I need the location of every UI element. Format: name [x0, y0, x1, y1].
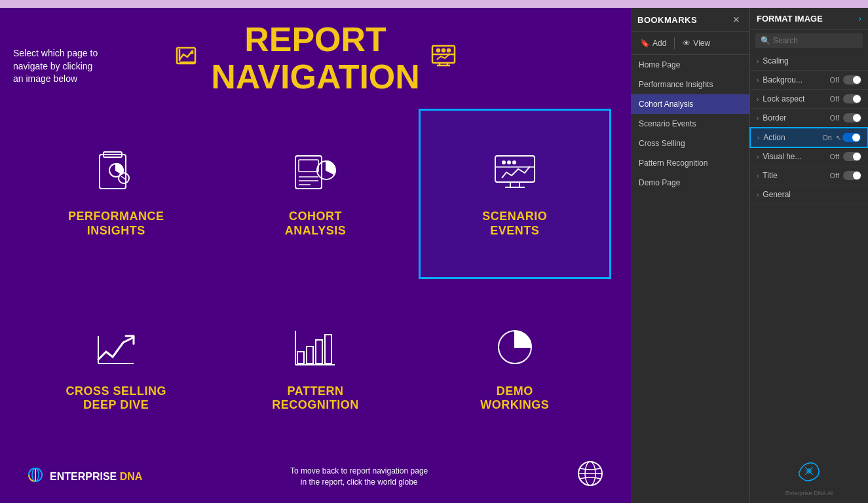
format-section-border[interactable]: ›BorderOff — [750, 109, 868, 128]
bookmark-view-label: View — [693, 39, 710, 48]
svg-rect-34 — [316, 340, 322, 363]
bookmark-item-scenario-events[interactable]: Scenario Events — [631, 114, 749, 134]
bookmark-add-label: Add — [652, 39, 666, 48]
bookmark-add-icon: 🔖 — [640, 39, 650, 48]
format-image-panel: FORMAT IMAGE › 🔍 ›Scaling›Backgrou...Off… — [750, 8, 868, 503]
bookmark-view-button[interactable]: 👁 View — [680, 37, 713, 49]
bookmark-item-cross-selling[interactable]: Cross Selling — [631, 134, 749, 153]
svg-point-24 — [508, 161, 510, 164]
format-sections: ›Scaling›Backgrou...Off›Lock aspectOff›B… — [750, 52, 868, 204]
toggle-action[interactable] — [842, 133, 861, 142]
section-status-lock-aspect: Off — [830, 95, 839, 103]
canvas-area: Select which page to navigate by clickin… — [0, 8, 631, 503]
trend-up-icon — [93, 324, 139, 377]
nav-label-cross-selling: CROSS SELLINGDEEP DIVE — [66, 384, 166, 413]
pie-calc-icon — [292, 149, 338, 202]
format-search-box: 🔍 — [755, 33, 863, 48]
format-section-lock-aspect[interactable]: ›Lock aspectOff — [750, 90, 868, 109]
right-panels: BOOKMARKS ✕ 🔖 Add 👁 View Home PagePerfor… — [631, 8, 868, 503]
search-icon: 🔍 — [761, 36, 770, 45]
format-search-input[interactable] — [773, 36, 858, 45]
format-panel-nav-arrow[interactable]: › — [858, 13, 861, 24]
toggle-background[interactable] — [843, 75, 861, 84]
bookmark-view-icon: 👁 — [683, 39, 690, 48]
format-image-header: FORMAT IMAGE › — [750, 8, 868, 29]
chevron-icon-lock-aspect: › — [757, 96, 759, 103]
section-status-action: On — [822, 134, 832, 141]
format-section-action[interactable]: ›ActionOn↖ — [750, 128, 868, 147]
nav-label-scenario-events: SCENARIOEVENTS — [482, 210, 547, 238]
chevron-icon-scaling: › — [757, 58, 759, 65]
screen-chart-icon — [492, 149, 538, 202]
svg-point-6 — [447, 49, 450, 52]
section-status-border: Off — [830, 114, 839, 122]
nav-label-cohort-analysis: COHORTANALYSIS — [285, 210, 346, 238]
chevron-icon-visual-header: › — [757, 153, 759, 160]
bookmarks-close-button[interactable]: ✕ — [730, 13, 743, 26]
pie-chart-icon — [492, 324, 538, 377]
svg-point-4 — [437, 49, 440, 52]
bookmark-item-home-page[interactable]: Home Page — [631, 55, 749, 75]
bookmark-item-performance-insights[interactable]: Performance Insights — [631, 75, 749, 94]
enterprise-dna-logo-icon — [26, 466, 45, 488]
nav-label-performance-insights: PERFORMANCEINSIGHTS — [68, 210, 164, 238]
section-name-title: Title — [763, 171, 829, 180]
nav-item-performance-insights[interactable]: PERFORMANCEINSIGHTS — [20, 109, 212, 278]
section-status-visual-header: Off — [830, 153, 839, 160]
nav-label-pattern-recognition: PATTERNRECOGNITION — [272, 384, 359, 413]
ai-icon — [797, 459, 821, 487]
header-icon-left — [174, 43, 200, 74]
svg-rect-17 — [299, 160, 318, 172]
canvas-header: REPORTNAVIGATION — [20, 21, 611, 96]
chevron-icon-background: › — [757, 77, 759, 84]
svg-point-5 — [442, 49, 445, 52]
footer-description: To move back to report navigation page i… — [287, 466, 431, 488]
side-text: Select which page to navigate by clickin… — [13, 47, 98, 86]
bookmarks-panel: BOOKMARKS ✕ 🔖 Add 👁 View Home PagePerfor… — [631, 8, 750, 503]
bookmark-item-pattern-recognition[interactable]: Pattern Recognition — [631, 153, 749, 173]
nav-item-cross-selling[interactable]: CROSS SELLINGDEEP DIVE — [20, 286, 212, 451]
page-title: REPORTNAVIGATION — [211, 21, 420, 96]
format-image-title: FORMAT IMAGE — [757, 14, 823, 24]
nav-item-pattern-recognition[interactable]: PATTERNRECOGNITION — [219, 286, 411, 451]
globe-icon[interactable] — [576, 459, 605, 494]
format-section-title[interactable]: ›TitleOff — [750, 166, 868, 185]
chevron-icon-title: › — [757, 172, 759, 179]
ai-watermark: Enterprise DNA AI — [750, 453, 868, 503]
chevron-icon-action: › — [757, 134, 759, 141]
bookmarks-actions: 🔖 Add 👁 View — [631, 32, 749, 55]
bookmark-list: Home PagePerformance InsightsCohort Anal… — [631, 55, 749, 503]
svg-rect-35 — [325, 335, 331, 363]
nav-item-scenario-events[interactable]: SCENARIOEVENTS — [419, 109, 611, 278]
canvas-footer: ENTERPRISE DNA To move back to report na… — [20, 454, 611, 496]
toggle-visual-header[interactable] — [843, 152, 861, 161]
svg-point-23 — [502, 161, 505, 164]
toggle-border[interactable] — [843, 113, 861, 122]
format-section-background[interactable]: ›Backgrou...Off — [750, 71, 868, 90]
format-section-scaling[interactable]: ›Scaling — [750, 52, 868, 71]
bookmark-item-cohort-analysis[interactable]: Cohort Analysis — [631, 94, 749, 114]
chevron-icon-border: › — [757, 115, 759, 122]
section-status-background: Off — [830, 76, 839, 84]
header-icon-right — [430, 43, 457, 74]
nav-item-demo-workings[interactable]: DEMOWORKINGS — [419, 286, 611, 451]
bar-chart-icon — [292, 324, 338, 377]
format-section-general[interactable]: ›General — [750, 185, 868, 204]
section-name-action: Action — [763, 133, 822, 142]
section-name-visual-header: Visual he... — [763, 152, 829, 161]
bookmark-add-button[interactable]: 🔖 Add — [637, 37, 669, 49]
nav-item-cohort-analysis[interactable]: COHORTANALYSIS — [219, 109, 411, 278]
footer-logo: ENTERPRISE DNA — [26, 466, 142, 488]
bookmarks-title: BOOKMARKS — [637, 15, 697, 25]
cursor-indicator: ↖ — [836, 134, 841, 141]
toggle-title[interactable] — [843, 171, 861, 180]
chevron-icon-general: › — [757, 191, 759, 198]
toggle-lock-aspect[interactable] — [843, 94, 861, 103]
section-name-general: General — [763, 190, 861, 199]
svg-rect-33 — [307, 346, 313, 363]
svg-point-25 — [513, 161, 516, 164]
nav-label-demo-workings: DEMOWORKINGS — [480, 384, 549, 413]
bookmark-item-demo-page[interactable]: Demo Page — [631, 173, 749, 193]
ai-text: Enterprise DNA AI — [785, 490, 833, 496]
format-section-visual-header[interactable]: ›Visual he...Off — [750, 147, 868, 166]
